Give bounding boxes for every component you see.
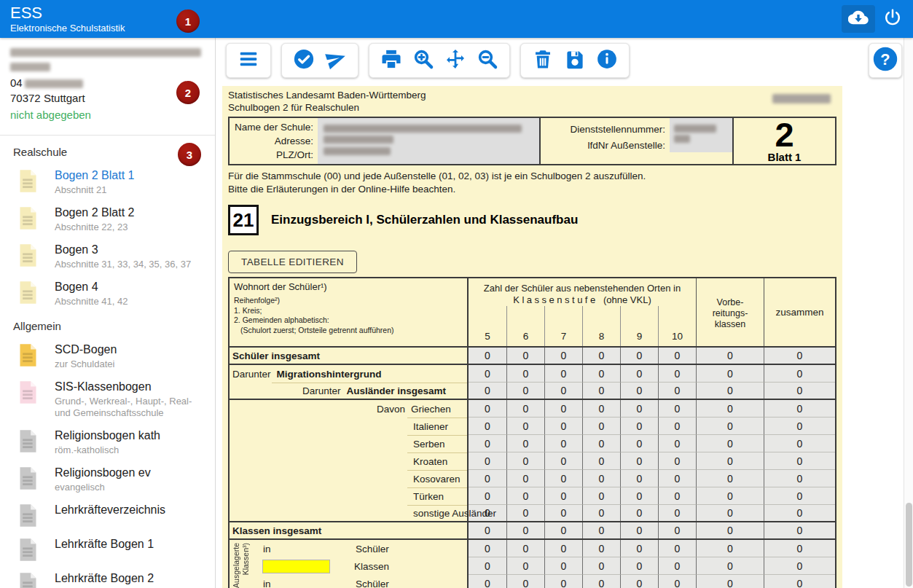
- cloud-download-button[interactable]: [842, 5, 875, 33]
- move-icon: [444, 48, 466, 73]
- value-cell: 0: [544, 435, 582, 452]
- form-label-school-name: Name der Schule:: [230, 122, 313, 133]
- value-cell: 0: [506, 505, 544, 521]
- sidebar-item-subtitle: röm.-katholisch: [55, 444, 160, 456]
- sidebar-item-label: SCD-Bogen: [55, 342, 117, 357]
- sidebar-item-bogen-4[interactable]: Bogen 4Abschnitte 41, 42: [0, 275, 215, 313]
- sidebar-item-bogen-2-blatt-1[interactable]: Bogen 2 Blatt 1Abschnitt 21: [0, 164, 215, 201]
- value-cell: 0: [658, 400, 696, 418]
- value-cell: 0: [696, 557, 764, 575]
- power-button[interactable]: [879, 5, 906, 33]
- form-label-lfdnr: lfdNr Außenstelle:: [541, 138, 665, 154]
- value-cell: 0: [620, 487, 658, 505]
- trash-icon: [532, 48, 554, 73]
- col-header-note: 1. Kreis;: [234, 306, 463, 316]
- value-cell: 0: [658, 487, 696, 505]
- row-label: inSchüler: [230, 575, 469, 588]
- save-button[interactable]: [563, 49, 587, 72]
- info-button[interactable]: [595, 49, 619, 72]
- value-cell: 0: [544, 452, 582, 470]
- students-table: Wohnort der Schüler¹) Reihenfolge²) 1. K…: [228, 277, 836, 588]
- trash-button[interactable]: [531, 49, 555, 72]
- table-row-italiener: Italiener00000000: [230, 418, 835, 435]
- value-cell: 0: [696, 365, 764, 383]
- document-icon: [18, 169, 38, 193]
- value-cell: 0: [469, 522, 506, 538]
- sidebar-item-sis-klassenbogen[interactable]: SIS-KlassenbogenGrund-, Werkreal-, Haupt…: [0, 375, 215, 424]
- school-name-redacted: [10, 48, 201, 57]
- value-cell: 0: [582, 452, 620, 470]
- col-header-wohnort: Wohnort der Schüler¹): [234, 281, 463, 292]
- move-button[interactable]: [444, 49, 467, 72]
- sidebar-item-subtitle: Abschnitte 31, 33, 34, 35, 36, 37: [55, 259, 191, 270]
- highlighted-input[interactable]: [262, 560, 330, 573]
- edit-table-button[interactable]: TABELLE EDITIEREN: [228, 251, 357, 273]
- value-cell: 0: [620, 365, 658, 383]
- value-cell: 0: [764, 487, 835, 505]
- value-cell: 0: [582, 470, 620, 487]
- document-icon: [18, 429, 38, 453]
- value-cell: 0: [506, 418, 544, 435]
- col-header-grade-10: 10: [658, 306, 696, 346]
- value-cell: 0: [764, 505, 835, 521]
- sidebar-item-religionsbogen-kath[interactable]: Religionsbogen kathröm.-katholisch: [0, 424, 215, 461]
- col-header-grade-5: 5: [469, 306, 506, 346]
- school-city: 70372 Stuttgart: [10, 91, 205, 105]
- col-header-grade-9: 9: [620, 306, 658, 346]
- value-cell: 0: [658, 383, 696, 399]
- col-header-vorbereitungsklassen: Vorbe- reitungs- klassen: [696, 278, 764, 346]
- menu-button[interactable]: [237, 49, 260, 72]
- value-cell: 0: [544, 400, 582, 418]
- table-row-kosovaren: Kosovaren00000000: [230, 470, 835, 487]
- value-cell: 0: [506, 540, 544, 557]
- sidebar-item-bogen-2-blatt-2[interactable]: Bogen 2 Blatt 2Abschnitte 22, 23: [0, 201, 215, 238]
- value-cell: 0: [469, 470, 506, 487]
- scrollbar-thumb[interactable]: [906, 503, 912, 587]
- value-cell: 0: [469, 540, 506, 557]
- sidebar-item-lehrkr-fteverzeichnis[interactable]: Lehrkräfteverzeichnis: [0, 498, 215, 533]
- row-label: DarunterMigrationshintergrund: [230, 365, 469, 383]
- value-cell: 0: [582, 557, 620, 575]
- document-icon: [18, 538, 38, 562]
- value-cell: 0: [696, 400, 764, 418]
- value-cell: 0: [764, 400, 835, 418]
- print-button[interactable]: [380, 49, 403, 72]
- value-cell: 0: [696, 575, 764, 588]
- help-button[interactable]: ?: [869, 43, 902, 78]
- value-cell: 0: [582, 418, 620, 435]
- value-cell: 0: [620, 540, 658, 557]
- save-icon: [564, 48, 586, 73]
- value-cell: 0: [582, 348, 620, 364]
- sidebar-item-religionsbogen-ev[interactable]: Religionsbogen evevangelisch: [0, 461, 215, 498]
- value-cell: 0: [544, 418, 582, 435]
- zoom-out-button[interactable]: [476, 49, 499, 72]
- sidebar-item-lehrkr-fte-bogen-1[interactable]: Lehrkräfte Bogen 1: [0, 533, 215, 567]
- value-cell: 0: [469, 435, 506, 452]
- print-icon: [380, 48, 402, 73]
- table-row-klassen-insgesamt: Klassen insgesamt00000000: [230, 522, 835, 540]
- value-cell: 0: [620, 452, 658, 470]
- zoom-in-button[interactable]: [412, 49, 435, 72]
- value-cell: 0: [764, 435, 835, 452]
- col-header-note: Reihenfolge²): [234, 296, 463, 306]
- agency-line-1: Statistisches Landesamt Baden-Württember…: [228, 90, 836, 102]
- annotation-badge-2: 2: [176, 81, 200, 104]
- value-cell: 0: [620, 557, 658, 575]
- agency-line-2: Schulbogen 2 für Realschulen: [228, 102, 836, 114]
- rotated-group-label: Ausgelagerte Klassen³): [230, 540, 254, 588]
- value-cell: 0: [620, 435, 658, 452]
- check-button[interactable]: [292, 49, 316, 72]
- sidebar-item-lehrkr-fte-bogen-2[interactable]: Lehrkräfte Bogen 2: [0, 567, 215, 588]
- row-label: Kosovaren: [230, 470, 469, 487]
- document-icon: [18, 243, 38, 267]
- send-button[interactable]: [324, 49, 348, 72]
- sidebar-item-scd-bogen[interactable]: SCD-Bogenzur Schuldatei: [0, 338, 215, 375]
- annotation-badge-3: 3: [178, 143, 201, 166]
- col-header-grade-7: 7: [544, 306, 582, 346]
- value-cell: 0: [544, 365, 582, 383]
- toolbar-group: [520, 43, 630, 78]
- sidebar-item-subtitle: evangelisch: [55, 482, 151, 493]
- value-cell: 0: [469, 487, 506, 505]
- value-cell: 0: [506, 348, 544, 364]
- sidebar-item-bogen-3[interactable]: Bogen 3Abschnitte 31, 33, 34, 35, 36, 37: [0, 238, 215, 275]
